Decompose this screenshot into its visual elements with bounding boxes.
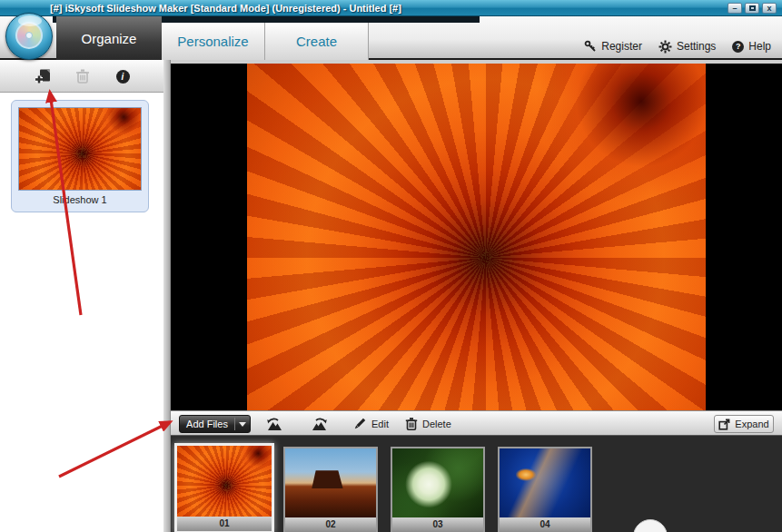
info-icon: i	[116, 70, 130, 84]
minimize-button[interactable]: –	[728, 3, 742, 14]
thumbnail-image-orange-flower	[177, 446, 272, 517]
rotate-right-icon	[311, 417, 331, 431]
register-label: Register	[601, 40, 642, 53]
top-toolbar: Organize Personalize Create Register	[0, 16, 782, 60]
maximize-icon	[749, 5, 756, 11]
help-label: Help	[748, 40, 771, 53]
thumbnail-image-desert-mesa	[285, 448, 376, 517]
register-button[interactable]: Register	[584, 40, 642, 53]
thumbnail-label: 04	[500, 517, 590, 532]
thumbnail-label: 03	[392, 517, 483, 532]
thumbnail-image-hydrangea	[392, 448, 483, 517]
edit-button[interactable]: Edit	[352, 416, 389, 432]
photo-thumbnail-4[interactable]: 04	[498, 447, 592, 532]
settings-button[interactable]: Settings	[658, 40, 716, 54]
delete-slideshow-icon	[75, 68, 90, 84]
top-menu: Register Settings ? Help	[584, 34, 771, 58]
slideshow-item[interactable]: Slideshow 1	[11, 100, 149, 212]
expand-icon	[718, 419, 730, 430]
dropdown-arrow-icon	[239, 422, 246, 427]
add-slideshow-icon	[34, 67, 54, 85]
add-files-label: Add Files	[180, 419, 234, 429]
gear-icon	[658, 40, 672, 54]
key-icon	[584, 40, 597, 53]
tab-personalize[interactable]: Personalize	[162, 23, 265, 60]
slideshow-label: Slideshow 1	[12, 194, 148, 205]
preview-photo	[247, 64, 706, 410]
delete-button[interactable]: Delete	[405, 416, 451, 432]
help-icon: ?	[732, 41, 744, 53]
preview-stage	[171, 64, 782, 410]
tab-organize[interactable]: Organize	[56, 16, 162, 60]
maximize-button[interactable]	[745, 3, 759, 14]
slideshow-info-button[interactable]: i	[109, 64, 136, 89]
help-button[interactable]: ? Help	[732, 40, 771, 53]
photo-thumbnail-3[interactable]: 03	[391, 447, 485, 532]
close-button[interactable]: x	[762, 3, 777, 14]
thumbnail-label: 02	[285, 517, 376, 532]
watermark-circle	[633, 519, 668, 532]
add-slideshow-button[interactable]	[30, 64, 57, 89]
add-files-button[interactable]: Add Files	[179, 415, 251, 433]
sidebar-toolbar: i	[0, 60, 163, 93]
rotate-left-icon	[263, 417, 283, 431]
trash-icon	[405, 417, 418, 431]
titlebar: [#] iSkysoft Slideshow Maker [Standard M…	[0, 0, 782, 16]
thumbnail-label: 01	[177, 517, 272, 531]
photo-thumbnail-1[interactable]: 01	[174, 443, 274, 532]
cd-hole-icon	[25, 32, 33, 39]
pencil-icon	[352, 417, 367, 431]
edit-label: Edit	[371, 419, 389, 429]
photo-thumbnail-2[interactable]: 02	[283, 447, 378, 532]
slideshow-thumbnail-image	[18, 107, 142, 191]
slideshow-sidebar: i Slideshow 1	[0, 60, 163, 532]
rotate-right-button[interactable]	[309, 416, 332, 432]
expand-label: Expand	[735, 419, 768, 429]
main-panel: Add Files	[171, 60, 782, 532]
delete-label: Delete	[422, 419, 451, 429]
tab-create[interactable]: Create	[265, 23, 369, 60]
app-logo-button[interactable]	[5, 13, 53, 60]
window-title: [#] iSkysoft Slideshow Maker [Standard M…	[50, 0, 401, 16]
app-window: [#] iSkysoft Slideshow Maker [Standard M…	[0, 0, 782, 532]
rotate-left-button[interactable]	[262, 416, 285, 432]
logo-gloss	[18, 15, 42, 26]
add-files-dropdown[interactable]	[235, 422, 250, 427]
photo-toolbar: Add Files	[171, 410, 782, 436]
thumbnail-image-jellyfish	[500, 448, 590, 517]
window-controls: – x	[728, 3, 777, 14]
photo-filmstrip: 01 02 03 04	[171, 436, 782, 532]
delete-slideshow-button[interactable]	[69, 64, 96, 89]
expand-button[interactable]: Expand	[714, 415, 774, 433]
sidebar-splitter[interactable]	[163, 60, 171, 532]
settings-label: Settings	[677, 40, 716, 53]
